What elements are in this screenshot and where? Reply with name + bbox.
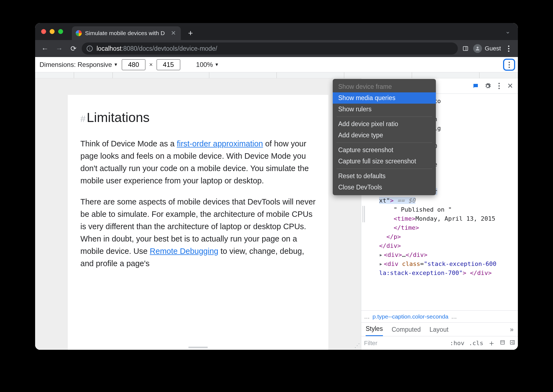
heading-anchor-icon[interactable]: # [80,112,86,126]
menu-item[interactable]: Close DevTools [333,182,436,193]
device-toolbar-menu: Show device frameShow media queriesShow … [333,79,436,195]
url: localhost:8080/docs/devtools/device-mode… [97,45,217,52]
forward-button[interactable]: → [53,42,65,55]
ruler [35,72,518,78]
minimize-window-button[interactable] [50,29,55,34]
dropdown-triangle-icon: ▼ [114,62,118,67]
url-host: localhost [97,45,122,52]
site-info-icon[interactable]: i [87,46,93,52]
back-button[interactable]: ← [39,42,51,55]
address-bar[interactable]: i localhost:8080/docs/devtools/device-mo… [82,42,458,55]
browser-tab[interactable]: Simulate mobile devices with D ✕ [72,26,181,40]
devtools-menu-icon[interactable] [494,83,504,89]
settings-gear-icon[interactable] [482,81,493,92]
more-styles-tabs-icon[interactable]: » [510,326,514,336]
computed-styles-sidebar-icon[interactable] [500,340,505,346]
tab-layout[interactable]: Layout [430,326,448,336]
url-port: :8080 [122,45,137,52]
menu-item[interactable]: Show rulers [333,104,436,115]
hov-toggle[interactable]: :hov [450,340,464,346]
page-content: # Limitations Think of Device Mode as a … [68,95,328,350]
toggle-sidebar-icon[interactable] [510,340,515,346]
toolbar: ← → ⟳ i localhost:8080/docs/devtools/dev… [35,40,518,57]
url-path: /docs/devtools/device-mode/ [137,45,217,52]
side-panel-icon[interactable] [460,43,471,54]
new-tab-button[interactable]: + [186,28,196,38]
tab-computed[interactable]: Computed [392,326,421,336]
paragraph-2: There are some aspects of mobile devices… [80,196,316,270]
height-resize-handle[interactable] [188,347,208,348]
guest-label: Guest [485,45,501,52]
zoom-dropdown[interactable]: 100% ▼ [196,61,219,69]
close-window-button[interactable] [41,29,46,34]
first-order-approximation-link[interactable]: first-order approximation [177,139,263,148]
main-split: # Limitations Think of Device Mode as a … [35,78,518,350]
dropdown-triangle-icon: ▼ [215,62,219,67]
zoom-label: 100% [196,61,213,69]
height-input[interactable] [157,59,180,70]
new-style-rule-icon[interactable]: ＋ [488,338,495,348]
menu-item: Show device frame [333,81,436,92]
tab-styles[interactable]: Styles [366,325,383,336]
width-resize-handle[interactable] [363,206,365,222]
corner-resize-handle[interactable]: ⋰ [354,342,360,349]
paragraph-1: Think of Device Mode as a first-order ap… [80,138,316,187]
device-toolbar-more-button[interactable] [503,59,515,71]
browser-window: Simulate mobile devices with D ✕ + ⌄ ← →… [35,23,518,350]
tab-strip: Simulate mobile devices with D ✕ + ⌄ [35,23,518,40]
styles-filter-bar: Filter :hov .cls ＋ [361,336,518,350]
dimensions-label: Dimensions: Responsive [40,61,112,69]
svg-rect-6 [501,340,504,344]
styles-filter-input[interactable]: Filter [364,340,377,347]
dom-breadcrumb[interactable]: … p.type--caption.color-seconda … [361,310,518,322]
feedback-icon[interactable] [470,81,481,92]
guest-avatar-icon [473,44,482,53]
dimension-separator: × [149,61,153,68]
toolbar-right: Guest [460,43,514,54]
width-input[interactable] [122,59,145,70]
menu-item[interactable]: Add device type [333,130,436,141]
tab-title: Simulate mobile devices with D [85,30,165,36]
tabs-dropdown-icon[interactable]: ⌄ [505,28,510,35]
svg-rect-8 [510,340,515,344]
browser-menu-button[interactable] [503,43,514,54]
cls-toggle[interactable]: .cls [469,340,483,346]
menu-item[interactable]: Capture screenshot [333,144,436,156]
menu-item[interactable]: Add device pixel ratio [333,118,436,130]
page-heading: # Limitations [80,107,316,128]
device-toolbar: Dimensions: Responsive ▼ × 100% ▼ [35,57,518,72]
emulated-viewport: # Limitations Think of Device Mode as a … [35,78,361,350]
kebab-icon [509,62,510,68]
menu-item[interactable]: Capture full size screenshot [333,156,436,167]
breadcrumb-overflow-right[interactable]: … [451,313,457,320]
svg-rect-0 [463,47,468,51]
close-tab-icon[interactable]: ✕ [168,30,176,37]
heading-text: Limitations [87,107,149,128]
menu-item[interactable]: Reset to defaults [333,171,436,182]
window-controls [41,29,63,34]
styles-tabbar: Styles Computed Layout » [361,322,518,336]
reload-button[interactable]: ⟳ [67,42,80,55]
dimensions-dropdown[interactable]: Dimensions: Responsive ▼ [40,61,118,69]
close-devtools-icon[interactable]: ✕ [505,81,516,92]
profile-button[interactable]: Guest [473,44,501,53]
breadcrumb-current[interactable]: p.type--caption.color-seconda [373,313,448,320]
menu-item[interactable]: Show media queries [333,92,436,104]
breadcrumb-overflow-left[interactable]: … [364,313,370,320]
remote-debugging-link[interactable]: Remote Debugging [150,247,218,255]
svg-point-2 [477,47,479,49]
chrome-favicon-icon [76,30,82,36]
maximize-window-button[interactable] [58,29,63,34]
